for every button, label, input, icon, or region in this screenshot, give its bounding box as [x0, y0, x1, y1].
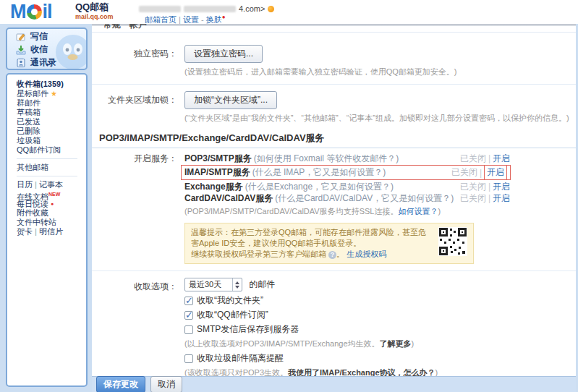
- checkbox-label: SMTP发信后保存到服务器: [197, 323, 299, 336]
- red-dot-icon: ●: [222, 14, 226, 20]
- service-name: CardDAV/CalDAV服务: [184, 192, 273, 205]
- nav-mail-home-link[interactable]: 邮箱首页: [145, 15, 177, 24]
- compose-button[interactable]: 写信: [7, 29, 86, 42]
- sidebar-divider: [17, 158, 77, 159]
- brand-name: QQ邮箱: [75, 3, 114, 12]
- warm-tip-box: 温馨提示：在第三方登录QQ邮箱，可能存在邮件泄露风险，甚至危害Apple ID安…: [184, 223, 474, 264]
- service-help-link[interactable]: (什么是Exchange，它又是如何设置？): [245, 181, 394, 193]
- dropdown-selected-value: 最近30天: [185, 279, 232, 290]
- spam-reminder-checkbox[interactable]: [184, 354, 193, 363]
- independent-password-note: (设置独立密码后，进入邮箱需要输入独立密码验证，使用QQ邮箱更加安全。): [184, 67, 456, 77]
- sidebar-item-drafts[interactable]: 草稿箱: [17, 108, 86, 117]
- help-icon[interactable]: ?: [328, 251, 336, 259]
- separator: |: [480, 168, 482, 178]
- service-row-carddav-caldav: CardDAV/CalDAV服务 (什么是CardDAV/CalDAV，它又是如…: [184, 192, 510, 204]
- clipped-tab-text[interactable]: 常规 帐户: [103, 24, 147, 31]
- set-independent-password-button[interactable]: 设置独立密码...: [184, 45, 263, 63]
- sidebar-item-other-mail[interactable]: 其他邮箱: [17, 163, 86, 172]
- receive-button[interactable]: 收信: [7, 42, 86, 55]
- enable-exchange-link[interactable]: 开启: [493, 181, 510, 193]
- settings-tabs-clipped: 常规 帐户: [92, 24, 576, 33]
- ssl-note-close: ): [438, 207, 441, 216]
- folder-label: 每日悦读: [17, 200, 48, 208]
- nav-settings-link[interactable]: 设置: [183, 15, 199, 24]
- collect-qq-subscription-row: 收取“QQ邮件订阅”: [184, 310, 438, 320]
- dropdown-spinner-icon[interactable]: [232, 278, 242, 291]
- collect-qq-subscription-checkbox[interactable]: [184, 311, 193, 320]
- service-name: IMAP/SMTP服务: [184, 166, 250, 179]
- generate-auth-code-link[interactable]: 生成授权码: [347, 250, 386, 258]
- logo-text: il: [43, 1, 52, 23]
- sidebar-item-sent[interactable]: 已发送: [17, 117, 86, 127]
- learn-more-link[interactable]: 了解更多: [380, 339, 412, 348]
- enable-services-label: 开启服务：: [92, 153, 177, 165]
- service-help-link[interactable]: (什么是CardDAV/CalDAV，它又是如何设置？): [275, 192, 454, 205]
- sidebar-item-greeting-cards[interactable]: 贺卡 | 明信片: [17, 227, 86, 237]
- receive-label: 收信: [30, 43, 48, 56]
- warm-tip-line2: 继续获取授权码登录第三方客户端邮箱: [191, 250, 326, 258]
- cancel-button[interactable]: 取消: [150, 376, 182, 392]
- sidebar-item-deleted[interactable]: 已删除: [17, 127, 86, 136]
- collect-range-select[interactable]: 最近30天: [184, 278, 242, 291]
- sidebar-item-spam[interactable]: 垃圾箱: [17, 136, 86, 145]
- section-divider: [92, 270, 576, 271]
- separator: |: [488, 153, 490, 163]
- spam-reminder-row: 收取垃圾邮件隔离提醒: [184, 353, 438, 364]
- sidebar-item-daily-read[interactable]: 每日悦读 ●: [17, 199, 86, 208]
- qqmail-logo[interactable]: M il: [10, 1, 52, 23]
- checkbox-label: 收取垃圾邮件隔离提醒: [197, 352, 284, 365]
- logo-color-ring-icon: [27, 4, 42, 20]
- sidebar-item-attachment-favorites[interactable]: 附件收藏: [17, 208, 86, 218]
- checkbox-label: 收取“我的文件夹”: [197, 294, 263, 307]
- folder-label: 文件中转站: [17, 218, 56, 226]
- service-status: 已关闭: [460, 181, 486, 193]
- address-book-icon: [16, 58, 26, 68]
- folder-label: 其他邮箱: [17, 163, 48, 171]
- service-help-link[interactable]: (如何使用 Foxmail 等软件收发邮件？): [254, 153, 399, 165]
- enable-carddav-caldav-link[interactable]: 开启: [493, 192, 510, 205]
- account-line: 4.com>: [139, 4, 274, 13]
- sidebar-item-online-docs[interactable]: 在线文档NEW: [17, 189, 86, 199]
- sidebar-actions-panel: 写信 收信 通讯录: [6, 27, 88, 70]
- footer-action-bar: 保存更改 取消: [92, 376, 576, 392]
- logo-text: M: [10, 1, 26, 23]
- separator: |: [35, 180, 37, 189]
- account-level-icon[interactable]: [268, 6, 274, 12]
- sidebar-folders-panel: 收件箱(1359) 星标邮件 ★ 群邮件 草稿箱 已发送 已删除 垃圾箱 QQ邮…: [6, 73, 88, 387]
- folder-label: 附件收藏: [17, 208, 48, 217]
- sidebar-item-starred[interactable]: 星标邮件 ★: [17, 89, 86, 98]
- sidebar-item-group-mail[interactable]: 群邮件: [17, 98, 86, 108]
- smtp-save-checkbox[interactable]: [184, 325, 193, 334]
- folder-label: 已删除: [17, 127, 41, 135]
- sidebar-item-calendar-notes[interactable]: 日历 | 记事本: [17, 180, 86, 189]
- enable-imap-smtp-link[interactable]: 开启: [484, 165, 507, 180]
- sidebar-item-inbox[interactable]: 收件箱(1359): [17, 80, 86, 89]
- enable-pop3-smtp-link[interactable]: 开启: [493, 153, 510, 165]
- qr-code: [438, 227, 467, 256]
- contacts-button[interactable]: 通讯录: [7, 55, 86, 68]
- sidebar-item-file-transfer[interactable]: 文件中转站: [17, 218, 86, 227]
- nav-skin-link[interactable]: 换肤: [206, 15, 222, 24]
- brand-domain: mail.qq.com: [75, 13, 114, 20]
- star-icon: ★: [51, 90, 57, 98]
- sidebar-divider: [17, 176, 77, 176]
- folder-lock-note: (“文件夹区域”是由“我的文件夹”、“其他邮箱”、“记事本”组成。加锁即对这几部…: [184, 113, 569, 124]
- warm-tip-line1: 温馨提示：在第三方登录QQ邮箱，可能存在邮件泄露风险，甚至危害Apple ID安…: [191, 228, 426, 247]
- ssl-how-to-link[interactable]: 如何设置？: [398, 207, 438, 216]
- separator: |: [488, 182, 490, 192]
- smtp-save-row: SMTP发信后保存到服务器: [184, 324, 438, 335]
- warm-tip-line2-end: 。: [336, 250, 344, 258]
- folder-label: 草稿箱: [17, 108, 41, 116]
- folder-label: 垃圾箱: [17, 136, 41, 145]
- collect-note1: (以上收取选项对POP3/IMAP/SMTP/Exchange均生效。了解更多): [184, 338, 438, 349]
- collect-my-folder-checkbox[interactable]: [184, 297, 193, 305]
- note-close: ): [412, 339, 415, 348]
- service-name: POP3/SMTP服务: [184, 153, 252, 165]
- checkbox-label: 收取“QQ邮件订阅”: [197, 309, 268, 321]
- account-email-suffix: 4.com>: [239, 4, 265, 13]
- save-changes-button[interactable]: 保存更改: [96, 376, 145, 392]
- service-help-link[interactable]: (什么是 IMAP，它又是如何设置？): [252, 166, 386, 179]
- contacts-label: 通讯录: [30, 56, 56, 69]
- lock-folder-area-button[interactable]: 加锁“文件夹区域”...: [184, 91, 277, 109]
- sidebar-item-qq-subscriptions[interactable]: QQ邮件订阅: [17, 145, 86, 155]
